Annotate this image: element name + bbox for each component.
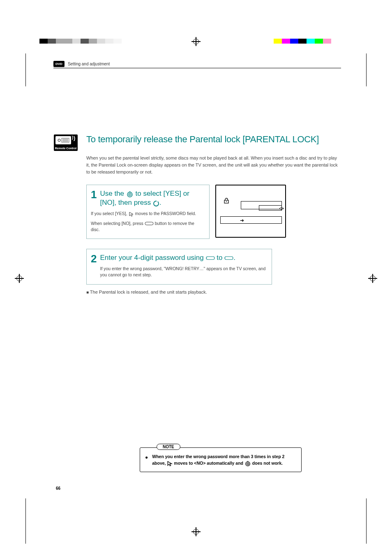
intro-paragraph: When you set the parental level strictly…: [86, 155, 341, 176]
svg-rect-20: [225, 257, 233, 259]
svg-point-14: [154, 201, 159, 206]
note-box: NOTE ● When you enter the wrong password…: [140, 447, 302, 472]
svg-point-23: [247, 463, 248, 464]
dvd-badge: DVD: [53, 61, 65, 67]
note-text: When you enter the wrong password more t…: [152, 454, 296, 467]
section-title: Setting and adjustment: [68, 62, 110, 66]
svg-rect-19: [206, 257, 214, 259]
right-registration-bars: [249, 39, 331, 44]
eject-button-icon: [145, 222, 154, 225]
joystick-icon: [244, 460, 251, 467]
step-1-box: 1 Use the to select [YES] or [NO], then …: [86, 185, 210, 239]
step-2-box: 2 Enter your 4-digit password using to .…: [86, 249, 272, 285]
svg-rect-15: [157, 200, 158, 203]
crop-line: [366, 53, 367, 86]
page-header: DVD Setting and adjustment: [53, 61, 341, 68]
step-2-number: 2: [91, 253, 97, 278]
crop-line: [25, 498, 26, 544]
svg-point-18: [226, 201, 227, 202]
lock-icon: [224, 198, 229, 204]
step-1-number: 1: [91, 189, 97, 207]
tv-screen-diagram: ➜: [215, 185, 286, 238]
arrow-right-icon: ➜: [240, 218, 244, 223]
crop-line: [366, 498, 367, 544]
cursor-icon: [129, 211, 134, 217]
step-1-heading: Use the to select [YES] or [NO], then pr…: [100, 189, 204, 207]
registration-mark-right: [368, 274, 377, 283]
registration-mark-left: [15, 274, 24, 283]
number-button-icon: [206, 256, 215, 260]
registration-mark-top: [191, 37, 201, 46]
crop-line: [25, 53, 26, 86]
svg-text:): ): [74, 135, 75, 141]
enter-icon: [153, 200, 159, 206]
note-label: NOTE: [157, 444, 180, 450]
released-note: ■ The Parental lock is released, and the…: [86, 290, 341, 294]
page-title: To temporarily release the Parental lock…: [86, 134, 341, 145]
svg-text:Remote Control: Remote Control: [55, 147, 77, 150]
step-2-heading: Enter your 4-digit password using to .: [100, 253, 267, 262]
number-button-icon: [224, 256, 233, 260]
page-number: 66: [56, 486, 60, 491]
svg-point-13: [129, 194, 130, 195]
joystick-icon: [126, 190, 134, 198]
bullet-icon: ●: [145, 454, 148, 467]
step-1-sub1: If you select [YES], moves to the PASSWO…: [91, 211, 204, 217]
pointer-icon: [279, 206, 284, 211]
left-registration-bars: [39, 39, 122, 44]
svg-rect-16: [145, 222, 153, 225]
cursor-icon: [167, 461, 173, 466]
remote-control-icon: ) ) Remote Control: [53, 134, 78, 294]
step-2-sub: If you enter the wrong password, "WRONG!…: [100, 266, 267, 278]
step-1-sub2: When selecting [NO], press button to rem…: [91, 220, 204, 233]
registration-mark-bottom: [191, 527, 201, 536]
svg-text:): ): [72, 135, 73, 140]
